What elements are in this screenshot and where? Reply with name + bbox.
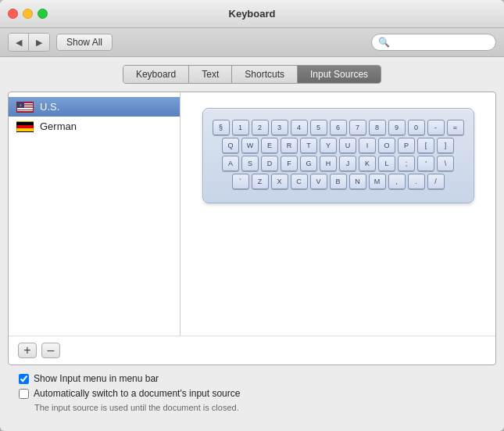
key-v: V [310, 174, 327, 189]
search-input[interactable] [393, 37, 489, 48]
source-item-german[interactable]: German [9, 117, 180, 136]
key-row-3: A S D F G H J K L ; ' \ [213, 156, 464, 171]
key-j: J [339, 156, 356, 171]
key-2: 2 [252, 120, 269, 135]
auto-switch-label: Automatically switch to a document's inp… [34, 388, 240, 399]
key-row-1: § 1 2 3 4 5 6 7 8 9 0 - = [213, 120, 464, 135]
tab-text[interactable]: Text [189, 66, 232, 83]
show-input-menu-row: Show Input menu in menu bar [19, 373, 485, 384]
key-e: E [261, 138, 278, 153]
maximize-button[interactable] [38, 9, 48, 19]
minimize-button[interactable] [23, 9, 33, 19]
key-row-4: ` Z X C V B N M , . / [213, 174, 464, 189]
key-l: L [378, 156, 395, 171]
tab-input-sources[interactable]: Input Sources [298, 66, 381, 83]
hint-text: The input source is used until the docum… [19, 403, 485, 412]
auto-switch-checkbox[interactable] [19, 389, 29, 399]
tab-keyboard[interactable]: Keyboard [123, 66, 189, 83]
panel-body: U.S. German § 1 2 3 [9, 92, 495, 336]
key-8: 8 [369, 120, 386, 135]
add-source-button[interactable]: + [18, 343, 37, 358]
search-icon: 🔍 [378, 37, 390, 48]
key-9: 9 [388, 120, 406, 135]
close-button[interactable] [8, 9, 18, 19]
show-all-button[interactable]: Show All [56, 34, 113, 51]
key-b: B [330, 174, 347, 189]
key-u: U [339, 138, 356, 153]
key-comma: , [388, 174, 406, 189]
search-box: 🔍 [371, 34, 496, 51]
key-f: F [281, 156, 298, 171]
back-button[interactable]: ◀ [9, 34, 29, 51]
key-slash: / [427, 174, 445, 189]
key-n: N [349, 174, 366, 189]
key-1: 1 [232, 120, 249, 135]
window-title: Keyboard [229, 8, 276, 20]
forward-button[interactable]: ▶ [29, 34, 49, 51]
source-label-us: U.S. [40, 101, 59, 113]
bottom-bar: Show Input menu in menu bar Automaticall… [8, 365, 496, 423]
key-backslash: \ [437, 156, 454, 171]
content-area: Keyboard Text Shortcuts Input Sources U.… [0, 57, 504, 431]
source-item-us[interactable]: U.S. [9, 97, 180, 117]
tabs: Keyboard Text Shortcuts Input Sources [8, 65, 496, 84]
key-w: W [241, 138, 259, 153]
key-x: X [271, 174, 288, 189]
key-rbracket: ] [437, 138, 454, 153]
key-0: 0 [408, 120, 425, 135]
key-t: T [300, 138, 317, 153]
key-g: G [300, 156, 317, 171]
key-minus: - [427, 120, 445, 135]
key-r: R [281, 138, 298, 153]
key-c: C [291, 174, 308, 189]
key-h: H [320, 156, 337, 171]
key-6: 6 [330, 120, 347, 135]
remove-source-button[interactable]: – [41, 343, 60, 358]
flag-us-icon [16, 102, 34, 113]
key-5: 5 [310, 120, 327, 135]
tab-shortcuts[interactable]: Shortcuts [232, 66, 298, 83]
key-s: S [241, 156, 259, 171]
traffic-lights [8, 9, 48, 19]
key-q: Q [222, 138, 239, 153]
keyboard-display: § 1 2 3 4 5 6 7 8 9 0 - = [181, 92, 495, 336]
nav-buttons: ◀ ▶ [8, 33, 50, 52]
key-period: . [408, 174, 425, 189]
key-7: 7 [349, 120, 366, 135]
key-o: O [378, 138, 395, 153]
key-row-2: Q W E R T Y U I O P [ ] [213, 138, 464, 153]
titlebar: Keyboard [0, 0, 504, 28]
key-a: A [222, 156, 239, 171]
key-k: K [359, 156, 376, 171]
key-section: § [213, 120, 230, 135]
toolbar: ◀ ▶ Show All 🔍 [0, 28, 504, 57]
window: Keyboard ◀ ▶ Show All 🔍 Keyboard Text Sh… [0, 0, 504, 431]
key-quote: ' [417, 156, 434, 171]
source-label-german: German [40, 120, 77, 132]
key-z: Z [252, 174, 269, 189]
flag-de-icon [16, 121, 34, 132]
key-semicolon: ; [398, 156, 415, 171]
tab-bar: Keyboard Text Shortcuts Input Sources [123, 65, 381, 84]
key-4: 4 [291, 120, 308, 135]
auto-switch-row: Automatically switch to a document's inp… [19, 388, 485, 399]
panel-footer: + – [9, 336, 495, 365]
key-equals: = [447, 120, 464, 135]
keyboard-visual: § 1 2 3 4 5 6 7 8 9 0 - = [202, 108, 474, 203]
show-input-menu-label: Show Input menu in menu bar [34, 373, 159, 384]
show-input-menu-checkbox[interactable] [19, 374, 29, 384]
key-backtick: ` [232, 174, 249, 189]
key-y: Y [320, 138, 337, 153]
source-list: U.S. German [9, 92, 181, 336]
key-i: I [359, 138, 376, 153]
key-m: M [369, 174, 386, 189]
key-3: 3 [271, 120, 288, 135]
key-p: P [398, 138, 415, 153]
key-lbracket: [ [417, 138, 434, 153]
main-panel: U.S. German § 1 2 3 [8, 92, 496, 365]
key-d: D [261, 156, 278, 171]
